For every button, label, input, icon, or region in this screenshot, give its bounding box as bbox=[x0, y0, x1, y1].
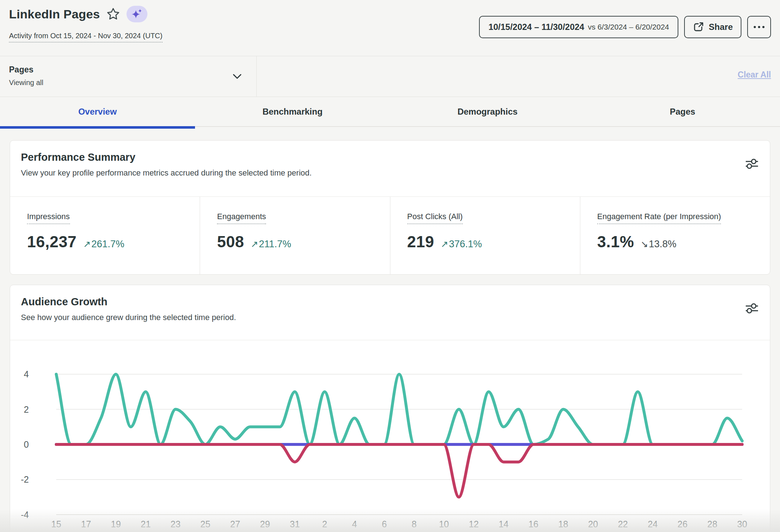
metric-value: 219 bbox=[407, 233, 434, 251]
date-range-compare: vs 6/3/2024 – 6/20/2024 bbox=[588, 23, 669, 31]
ellipsis-icon bbox=[754, 26, 756, 28]
ai-assist-badge[interactable] bbox=[127, 6, 147, 22]
date-range-button[interactable]: 10/15/2024 – 11/30/2024 vs 6/3/2024 – 6/… bbox=[479, 16, 678, 38]
date-range-primary: 10/15/2024 – 11/30/2024 bbox=[488, 22, 584, 32]
audience-growth-card: Audience Growth See how your audience gr… bbox=[10, 285, 770, 532]
trend-up-icon: ↗ bbox=[440, 239, 448, 249]
audience-growth-title: Audience Growth bbox=[21, 296, 759, 308]
more-options-button[interactable] bbox=[747, 16, 771, 38]
metric-engagement-rate: Engagement Rate (per Impression) 3.1% ↘1… bbox=[580, 197, 770, 275]
tab-benchmarking[interactable]: Benchmarking bbox=[195, 97, 390, 126]
performance-summary-card: Performance Summary View your key profil… bbox=[10, 140, 770, 275]
svg-text:21: 21 bbox=[141, 519, 151, 529]
metric-label[interactable]: Engagement Rate (per Impression) bbox=[597, 212, 721, 224]
svg-text:22: 22 bbox=[618, 519, 628, 529]
svg-text:17: 17 bbox=[81, 519, 91, 529]
pages-filter-label: Pages bbox=[9, 65, 34, 75]
svg-text:8: 8 bbox=[412, 519, 417, 529]
trend-down-icon: ↘ bbox=[641, 239, 648, 249]
metric-impressions: Impressions 16,237 ↗261.7% bbox=[10, 197, 200, 275]
svg-text:24: 24 bbox=[648, 519, 658, 529]
svg-text:18: 18 bbox=[558, 519, 568, 529]
svg-text:0: 0 bbox=[24, 439, 29, 449]
metric-label[interactable]: Engagements bbox=[217, 212, 266, 224]
tab-overview[interactable]: Overview bbox=[0, 97, 195, 126]
audience-growth-chart[interactable]: 420-2-4151719212325272931246810121416182… bbox=[10, 343, 771, 532]
svg-text:12: 12 bbox=[469, 519, 479, 529]
svg-text:30: 30 bbox=[737, 519, 747, 529]
performance-summary-title: Performance Summary bbox=[21, 151, 759, 163]
svg-text:-4: -4 bbox=[21, 510, 29, 520]
pages-filter-dropdown[interactable]: Pages Viewing all bbox=[0, 56, 257, 97]
star-icon bbox=[106, 7, 120, 21]
svg-text:16: 16 bbox=[528, 519, 539, 529]
svg-text:25: 25 bbox=[200, 519, 210, 529]
sparkle-icon bbox=[131, 8, 143, 20]
page-header: LinkedIn Pages Activity from Oct 15, 202… bbox=[0, 0, 780, 56]
audience-settings-button[interactable] bbox=[745, 301, 761, 315]
share-button[interactable]: Share bbox=[684, 16, 741, 38]
svg-text:27: 27 bbox=[230, 519, 240, 529]
tab-pages[interactable]: Pages bbox=[585, 97, 780, 126]
svg-text:19: 19 bbox=[111, 519, 121, 529]
audience-growth-subtitle: See how your audience grew during the se… bbox=[21, 313, 759, 322]
metric-label[interactable]: Post Clicks (All) bbox=[407, 212, 463, 224]
performance-settings-button[interactable] bbox=[745, 156, 761, 171]
sliders-icon bbox=[745, 302, 761, 314]
trend-up-icon: ↗ bbox=[83, 239, 91, 249]
metric-delta: ↗211.7% bbox=[251, 239, 291, 250]
svg-text:4: 4 bbox=[24, 369, 29, 379]
metric-delta: ↘13.8% bbox=[641, 239, 677, 250]
share-label: Share bbox=[709, 22, 733, 32]
metric-post-clicks: Post Clicks (All) 219 ↗376.1% bbox=[390, 197, 580, 275]
page-title: LinkedIn Pages bbox=[9, 7, 100, 21]
svg-text:29: 29 bbox=[260, 519, 270, 529]
metric-value: 16,237 bbox=[27, 233, 77, 251]
svg-text:4: 4 bbox=[352, 519, 357, 529]
report-tabs: Overview Benchmarking Demographics Pages bbox=[0, 97, 780, 127]
metric-label[interactable]: Impressions bbox=[27, 212, 70, 224]
metric-delta: ↗261.7% bbox=[83, 239, 125, 250]
svg-text:26: 26 bbox=[678, 519, 688, 529]
svg-text:2: 2 bbox=[24, 404, 29, 414]
svg-text:10: 10 bbox=[439, 519, 449, 529]
svg-text:14: 14 bbox=[498, 519, 509, 529]
svg-text:20: 20 bbox=[588, 519, 598, 529]
svg-text:-2: -2 bbox=[21, 474, 29, 484]
favorite-star-button[interactable] bbox=[106, 7, 120, 21]
sliders-icon bbox=[745, 158, 761, 170]
metric-delta: ↗376.1% bbox=[440, 239, 482, 250]
pages-filter-value: Viewing all bbox=[9, 79, 43, 87]
svg-text:2: 2 bbox=[322, 519, 327, 529]
performance-summary-subtitle: View your key profile performance metric… bbox=[21, 168, 759, 178]
chevron-down-icon bbox=[232, 72, 243, 81]
trend-up-icon: ↗ bbox=[251, 239, 258, 249]
metric-value: 3.1% bbox=[597, 233, 634, 251]
svg-text:6: 6 bbox=[382, 519, 387, 529]
svg-text:28: 28 bbox=[707, 519, 717, 529]
metric-value: 508 bbox=[217, 233, 244, 251]
tab-demographics[interactable]: Demographics bbox=[390, 97, 585, 126]
filter-bar: Pages Viewing all Clear All bbox=[0, 56, 780, 97]
svg-text:15: 15 bbox=[51, 519, 61, 529]
svg-text:23: 23 bbox=[170, 519, 181, 529]
metrics-row: Impressions 16,237 ↗261.7% Engagements 5… bbox=[10, 197, 770, 275]
metric-engagements: Engagements 508 ↗211.7% bbox=[200, 197, 390, 275]
activity-date-link[interactable]: Activity from Oct 15, 2024 - Nov 30, 202… bbox=[9, 32, 163, 43]
svg-text:31: 31 bbox=[290, 519, 300, 529]
clear-all-link[interactable]: Clear All bbox=[738, 70, 771, 80]
share-export-icon bbox=[693, 21, 704, 33]
